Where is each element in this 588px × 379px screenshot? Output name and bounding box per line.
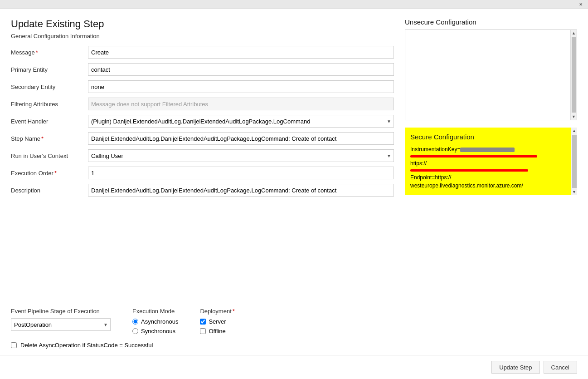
scroll-down-arrow[interactable]: ▼ (571, 113, 577, 120)
primary-entity-input[interactable] (88, 63, 394, 76)
execution-mode-options: Asynchronous Synchronous (132, 318, 178, 335)
event-handler-select[interactable]: (Plugin) Danijel.ExtendedAuditLog.Danije… (88, 115, 394, 128)
event-handler-row: Event Handler (Plugin) Danijel.ExtendedA… (11, 115, 394, 128)
delete-operation-label: Delete AsyncOperation if StatusCode = Su… (20, 342, 153, 349)
secure-scroll-thumb (572, 135, 577, 188)
secondary-entity-row: Secondary Entity (11, 80, 394, 93)
message-row: Message* (11, 46, 394, 59)
step-name-row: Step Name* (11, 132, 394, 145)
offline-option[interactable]: Offline (200, 328, 234, 335)
description-label: Description (11, 187, 88, 194)
unsecure-config-scrollbar: ▲ ▼ (570, 30, 577, 120)
dialog-top-bar: × (0, 0, 588, 9)
execution-order-row: Execution Order* (11, 167, 394, 179)
right-panel: Unsecure Configuration ▲ ▼ ▲ ▼ (405, 18, 577, 301)
async-radio[interactable] (132, 319, 138, 325)
filtering-attributes-label: Filtering Attributes (11, 101, 88, 108)
pipeline-section: Event Pipeline Stage of Execution PostOp… (11, 308, 577, 335)
primary-entity-row: Primary Entity (11, 63, 394, 76)
pipeline-stage-group: Event Pipeline Stage of Execution PostOp… (11, 308, 111, 331)
unsecure-config-title: Unsecure Configuration (405, 18, 577, 26)
section-title: General Configuration Information (11, 33, 394, 39)
delete-operation-checkbox[interactable] (11, 342, 17, 348)
deployment-title: Deployment* (200, 308, 234, 315)
step-name-label: Step Name* (11, 135, 88, 142)
required-indicator-3: * (54, 170, 57, 177)
secure-config-inner: Secure Configuration InstrumentationKey=… (410, 133, 572, 190)
close-button[interactable]: × (577, 1, 584, 8)
filtering-attributes-input[interactable] (88, 98, 394, 110)
secure-scroll-up-arrow[interactable]: ▲ (571, 128, 577, 134)
sync-option[interactable]: Synchronous (132, 328, 178, 335)
secure-config-box[interactable]: ▲ ▼ Secure Configuration Instrumentation… (405, 128, 577, 195)
secure-scroll-down-arrow[interactable]: ▼ (571, 189, 577, 195)
message-input[interactable] (88, 46, 394, 59)
redacted-line-2 (410, 169, 528, 172)
async-label: Asynchronous (141, 318, 178, 325)
sync-label: Synchronous (141, 328, 175, 335)
event-handler-select-wrapper: (Plugin) Danijel.ExtendedAuditLog.Danije… (88, 115, 394, 128)
execution-order-input[interactable] (88, 167, 394, 179)
description-input[interactable] (88, 184, 394, 197)
secondary-entity-input[interactable] (88, 80, 394, 93)
pipeline-stage-title: Event Pipeline Stage of Execution (11, 308, 111, 315)
primary-entity-label: Primary Entity (11, 66, 88, 73)
secure-config-title: Secure Configuration (410, 133, 565, 141)
event-handler-label: Event Handler (11, 118, 88, 125)
secure-config-text: InstrumentationKey= https:// Endpoint=ht… (410, 145, 565, 190)
secure-config-line4: westeurope.livediagnostics.monitor.azure… (410, 182, 523, 189)
execution-mode-title: Execution Mode (132, 308, 178, 315)
pipeline-stage-select[interactable]: PostOperation (11, 318, 111, 331)
filtering-attributes-row: Filtering Attributes (11, 98, 394, 110)
sync-radio[interactable] (132, 328, 138, 334)
bottom-section: Event Pipeline Stage of Execution PostOp… (0, 301, 588, 355)
server-label: Server (209, 318, 226, 325)
execution-order-label: Execution Order* (11, 170, 88, 177)
description-row: Description (11, 184, 394, 197)
cancel-button[interactable]: Cancel (544, 361, 577, 374)
execution-mode-group: Execution Mode Asynchronous Synchronous (132, 308, 178, 335)
dialog-title: Update Existing Step (11, 18, 394, 30)
run-in-context-select[interactable]: Calling User (88, 149, 394, 162)
server-option[interactable]: Server (200, 318, 234, 325)
run-in-context-label: Run in User's Context (11, 153, 88, 159)
offline-label: Offline (209, 328, 225, 335)
deployment-group: Deployment* Server Offline (200, 308, 234, 335)
pipeline-stage-select-wrapper: PostOperation ▼ (11, 318, 111, 331)
server-checkbox[interactable] (200, 319, 206, 325)
required-indicator-4: * (233, 308, 235, 315)
secondary-entity-label: Secondary Entity (11, 84, 88, 90)
deployment-options: Server Offline (200, 318, 234, 335)
message-label: Message* (11, 49, 88, 56)
secure-config-line2: https:// (410, 160, 427, 167)
required-indicator: * (36, 49, 38, 56)
unsecure-config-box[interactable]: ▲ ▼ (405, 30, 577, 120)
step-name-input[interactable] (88, 132, 394, 145)
secure-config-line1: InstrumentationKey= (410, 146, 460, 153)
scroll-thumb (572, 37, 576, 113)
required-indicator-2: * (41, 135, 44, 142)
secure-config-section: ▲ ▼ Secure Configuration Instrumentation… (405, 128, 577, 195)
run-in-context-row: Run in User's Context Calling User ▼ (11, 149, 394, 162)
dialog: × Update Existing Step General Configura… (0, 0, 588, 379)
run-in-context-select-wrapper: Calling User ▼ (88, 149, 394, 162)
left-panel: Update Existing Step General Configurati… (11, 18, 405, 301)
dialog-footer: Update Step Cancel (0, 355, 588, 379)
unsecure-config-section: Unsecure Configuration ▲ ▼ (405, 18, 577, 120)
redacted-line-1 (410, 155, 537, 158)
scroll-up-arrow[interactable]: ▲ (571, 30, 577, 36)
secure-config-scrollbar: ▲ ▼ (571, 128, 577, 195)
async-option[interactable]: Asynchronous (132, 318, 178, 325)
secure-config-line3: Endpoint=https:// (410, 174, 451, 181)
offline-checkbox[interactable] (200, 328, 206, 334)
update-step-button[interactable]: Update Step (491, 361, 539, 374)
delete-operation-row: Delete AsyncOperation if StatusCode = Su… (11, 342, 577, 349)
dialog-content: Update Existing Step General Configurati… (0, 9, 588, 301)
